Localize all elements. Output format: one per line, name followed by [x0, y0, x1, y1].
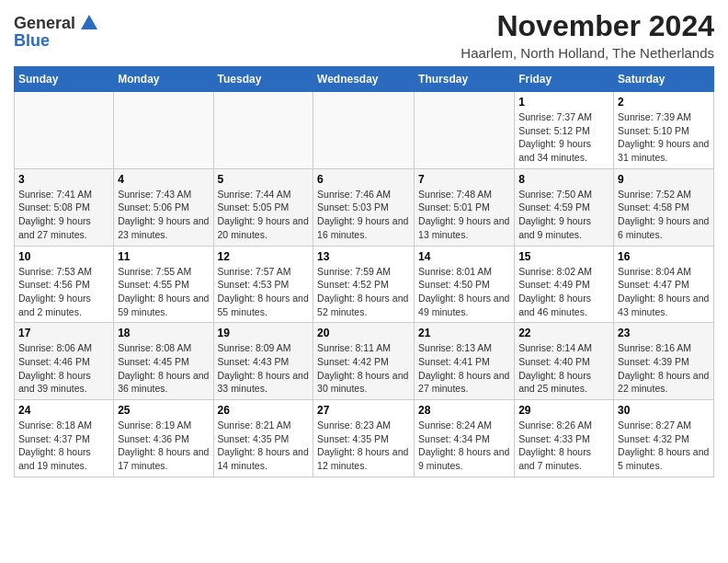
- day-number: 2: [618, 96, 710, 109]
- day-cell: 14Sunrise: 8:01 AM Sunset: 4:50 PM Dayli…: [415, 246, 515, 323]
- svg-marker-0: [81, 15, 97, 29]
- day-cell: [15, 92, 114, 169]
- day-cell: 19Sunrise: 8:09 AM Sunset: 4:43 PM Dayli…: [213, 323, 313, 400]
- day-cell: 26Sunrise: 8:21 AM Sunset: 4:35 PM Dayli…: [213, 400, 313, 477]
- day-cell: 11Sunrise: 7:55 AM Sunset: 4:55 PM Dayli…: [114, 246, 213, 323]
- col-thursday: Thursday: [415, 67, 515, 92]
- day-info: Sunrise: 8:01 AM Sunset: 4:50 PM Dayligh…: [418, 265, 510, 319]
- day-cell: 25Sunrise: 8:19 AM Sunset: 4:36 PM Dayli…: [114, 400, 213, 477]
- day-info: Sunrise: 8:11 AM Sunset: 4:42 PM Dayligh…: [317, 341, 410, 396]
- day-number: 24: [18, 404, 109, 417]
- day-number: 21: [418, 327, 510, 339]
- day-info: Sunrise: 7:53 AM Sunset: 4:56 PM Dayligh…: [18, 265, 109, 319]
- day-cell: 24Sunrise: 8:18 AM Sunset: 4:37 PM Dayli…: [15, 400, 114, 477]
- day-number: 25: [118, 404, 209, 417]
- day-info: Sunrise: 7:41 AM Sunset: 5:08 PM Dayligh…: [18, 188, 109, 242]
- day-number: 15: [518, 250, 609, 263]
- calendar-subtitle: Haarlem, North Holland, The Netherlands: [461, 45, 714, 61]
- day-cell: 18Sunrise: 8:08 AM Sunset: 4:45 PM Dayli…: [114, 323, 213, 400]
- day-number: 26: [218, 404, 310, 417]
- day-cell: 2Sunrise: 7:39 AM Sunset: 5:10 PM Daylig…: [614, 92, 714, 169]
- day-number: 22: [518, 327, 609, 339]
- week-row-1: 3Sunrise: 7:41 AM Sunset: 5:08 PM Daylig…: [15, 168, 714, 246]
- day-info: Sunrise: 7:52 AM Sunset: 4:58 PM Dayligh…: [618, 188, 710, 242]
- day-info: Sunrise: 8:09 AM Sunset: 4:43 PM Dayligh…: [218, 341, 310, 396]
- day-info: Sunrise: 7:44 AM Sunset: 5:05 PM Dayligh…: [218, 188, 310, 242]
- day-number: 6: [317, 173, 410, 186]
- week-row-3: 17Sunrise: 8:06 AM Sunset: 4:46 PM Dayli…: [15, 323, 714, 400]
- col-saturday: Saturday: [614, 67, 714, 92]
- day-number: 16: [618, 250, 710, 263]
- logo-icon: [79, 13, 99, 33]
- calendar-table: Sunday Monday Tuesday Wednesday Thursday…: [14, 66, 714, 477]
- day-cell: [313, 92, 415, 169]
- day-info: Sunrise: 8:06 AM Sunset: 4:46 PM Dayligh…: [18, 341, 109, 396]
- day-cell: 8Sunrise: 7:50 AM Sunset: 4:59 PM Daylig…: [515, 168, 614, 246]
- day-info: Sunrise: 7:59 AM Sunset: 4:52 PM Dayligh…: [317, 265, 410, 319]
- day-cell: 15Sunrise: 8:02 AM Sunset: 4:49 PM Dayli…: [515, 246, 614, 323]
- day-number: 3: [18, 173, 109, 186]
- col-sunday: Sunday: [15, 67, 114, 92]
- day-info: Sunrise: 8:26 AM Sunset: 4:33 PM Dayligh…: [518, 419, 609, 473]
- page-header: General Blue November 2024 Haarlem, Nort…: [14, 9, 714, 61]
- day-number: 13: [317, 250, 410, 263]
- day-info: Sunrise: 7:55 AM Sunset: 4:55 PM Dayligh…: [118, 265, 209, 319]
- day-cell: 10Sunrise: 7:53 AM Sunset: 4:56 PM Dayli…: [15, 246, 114, 323]
- day-number: 23: [618, 327, 710, 339]
- day-cell: 13Sunrise: 7:59 AM Sunset: 4:52 PM Dayli…: [313, 246, 415, 323]
- day-info: Sunrise: 7:57 AM Sunset: 4:53 PM Dayligh…: [218, 265, 310, 319]
- day-info: Sunrise: 8:02 AM Sunset: 4:49 PM Dayligh…: [518, 265, 609, 319]
- day-cell: 29Sunrise: 8:26 AM Sunset: 4:33 PM Dayli…: [515, 400, 614, 477]
- day-cell: 12Sunrise: 7:57 AM Sunset: 4:53 PM Dayli…: [213, 246, 313, 323]
- day-number: 12: [218, 250, 310, 263]
- col-friday: Friday: [515, 67, 614, 92]
- day-info: Sunrise: 7:46 AM Sunset: 5:03 PM Dayligh…: [317, 188, 410, 242]
- header-row: Sunday Monday Tuesday Wednesday Thursday…: [15, 67, 714, 92]
- day-number: 11: [118, 250, 209, 263]
- logo-blue-text: Blue: [14, 31, 50, 51]
- calendar-title: November 2024: [461, 9, 714, 43]
- col-wednesday: Wednesday: [313, 67, 415, 92]
- day-info: Sunrise: 8:08 AM Sunset: 4:45 PM Dayligh…: [118, 341, 209, 396]
- day-cell: [114, 92, 213, 169]
- day-number: 18: [118, 327, 209, 339]
- day-info: Sunrise: 8:19 AM Sunset: 4:36 PM Dayligh…: [118, 419, 209, 473]
- day-cell: [213, 92, 313, 169]
- day-number: 4: [118, 173, 209, 186]
- day-info: Sunrise: 8:21 AM Sunset: 4:35 PM Dayligh…: [218, 419, 310, 473]
- logo: General Blue: [14, 13, 99, 51]
- week-row-4: 24Sunrise: 8:18 AM Sunset: 4:37 PM Dayli…: [15, 400, 714, 477]
- day-cell: 7Sunrise: 7:48 AM Sunset: 5:01 PM Daylig…: [415, 168, 515, 246]
- day-info: Sunrise: 8:18 AM Sunset: 4:37 PM Dayligh…: [18, 419, 109, 473]
- day-number: 20: [317, 327, 410, 339]
- day-number: 10: [18, 250, 109, 263]
- day-info: Sunrise: 7:37 AM Sunset: 5:12 PM Dayligh…: [518, 110, 609, 165]
- day-number: 5: [218, 173, 310, 186]
- col-tuesday: Tuesday: [213, 67, 313, 92]
- day-number: 14: [418, 250, 510, 263]
- day-cell: 4Sunrise: 7:43 AM Sunset: 5:06 PM Daylig…: [114, 168, 213, 246]
- day-cell: 21Sunrise: 8:13 AM Sunset: 4:41 PM Dayli…: [415, 323, 515, 400]
- col-monday: Monday: [114, 67, 213, 92]
- day-cell: 20Sunrise: 8:11 AM Sunset: 4:42 PM Dayli…: [313, 323, 415, 400]
- day-cell: 6Sunrise: 7:46 AM Sunset: 5:03 PM Daylig…: [313, 168, 415, 246]
- day-cell: 16Sunrise: 8:04 AM Sunset: 4:47 PM Dayli…: [614, 246, 714, 323]
- day-info: Sunrise: 7:43 AM Sunset: 5:06 PM Dayligh…: [118, 188, 209, 242]
- day-info: Sunrise: 8:04 AM Sunset: 4:47 PM Dayligh…: [618, 265, 710, 319]
- day-cell: 3Sunrise: 7:41 AM Sunset: 5:08 PM Daylig…: [15, 168, 114, 246]
- day-info: Sunrise: 8:14 AM Sunset: 4:40 PM Dayligh…: [518, 341, 609, 396]
- day-info: Sunrise: 7:48 AM Sunset: 5:01 PM Dayligh…: [418, 188, 510, 242]
- day-cell: 1Sunrise: 7:37 AM Sunset: 5:12 PM Daylig…: [515, 92, 614, 169]
- day-info: Sunrise: 8:16 AM Sunset: 4:39 PM Dayligh…: [618, 341, 710, 396]
- day-cell: 22Sunrise: 8:14 AM Sunset: 4:40 PM Dayli…: [515, 323, 614, 400]
- day-number: 28: [418, 404, 510, 417]
- day-info: Sunrise: 8:24 AM Sunset: 4:34 PM Dayligh…: [418, 419, 510, 473]
- logo-general-text: General: [14, 14, 75, 33]
- day-number: 19: [218, 327, 310, 339]
- day-info: Sunrise: 8:27 AM Sunset: 4:32 PM Dayligh…: [618, 419, 710, 473]
- day-cell: 17Sunrise: 8:06 AM Sunset: 4:46 PM Dayli…: [15, 323, 114, 400]
- day-info: Sunrise: 8:13 AM Sunset: 4:41 PM Dayligh…: [418, 341, 510, 396]
- day-cell: 28Sunrise: 8:24 AM Sunset: 4:34 PM Dayli…: [415, 400, 515, 477]
- day-number: 7: [418, 173, 510, 186]
- day-number: 27: [317, 404, 410, 417]
